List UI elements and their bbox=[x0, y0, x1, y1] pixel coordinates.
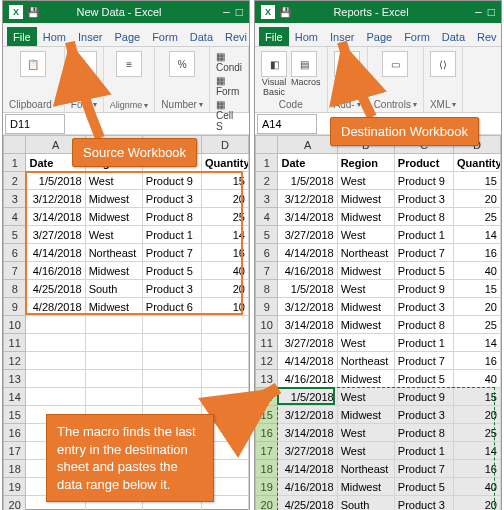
row-header[interactable]: 20 bbox=[4, 496, 26, 511]
cell[interactable]: Midwest bbox=[85, 208, 142, 226]
cell[interactable]: Product 7 bbox=[394, 244, 453, 262]
cell[interactable] bbox=[85, 334, 142, 352]
row-header[interactable]: 3 bbox=[256, 190, 278, 208]
cell[interactable]: 14 bbox=[454, 334, 501, 352]
save-icon[interactable]: 💾 bbox=[279, 7, 291, 18]
ribbon-button[interactable]: ▦ Condi bbox=[216, 51, 242, 73]
xml-icon[interactable]: ⟨⟩ bbox=[430, 51, 456, 77]
cell[interactable] bbox=[202, 388, 249, 406]
cell[interactable]: 20 bbox=[454, 190, 501, 208]
cell[interactable]: Product 8 bbox=[142, 208, 201, 226]
row-header[interactable]: 12 bbox=[4, 352, 26, 370]
cell[interactable]: Product 3 bbox=[394, 496, 453, 511]
cell[interactable]: 3/27/2018 bbox=[278, 226, 337, 244]
cell[interactable]: Product 6 bbox=[142, 298, 201, 316]
ribbon-tab[interactable]: Form bbox=[146, 27, 184, 46]
cell[interactable]: Midwest bbox=[337, 478, 394, 496]
row-header[interactable]: 3 bbox=[4, 190, 26, 208]
cell[interactable]: 15 bbox=[454, 280, 501, 298]
cell[interactable]: 20 bbox=[454, 496, 501, 511]
row-header[interactable]: 5 bbox=[256, 226, 278, 244]
minimize-icon[interactable]: – bbox=[223, 5, 230, 19]
row-header[interactable]: 20 bbox=[256, 496, 278, 511]
table-header-cell[interactable]: Date bbox=[278, 154, 337, 172]
cell[interactable]: Product 3 bbox=[142, 190, 201, 208]
ribbon-tab[interactable]: Rev bbox=[471, 27, 503, 46]
row-header[interactable]: 13 bbox=[4, 370, 26, 388]
cell[interactable]: Product 3 bbox=[394, 190, 453, 208]
cell[interactable]: 4/14/2018 bbox=[278, 460, 337, 478]
cell[interactable]: 4/25/2018 bbox=[278, 496, 337, 511]
cell[interactable]: 25 bbox=[454, 208, 501, 226]
cell[interactable]: Northeast bbox=[337, 244, 394, 262]
cell[interactable] bbox=[142, 316, 201, 334]
cell[interactable]: 4/16/2018 bbox=[278, 262, 337, 280]
cell[interactable] bbox=[85, 316, 142, 334]
ribbon-tab[interactable]: Revi bbox=[219, 27, 253, 46]
cell[interactable]: 15 bbox=[454, 388, 501, 406]
controls-icon[interactable]: ▭ bbox=[382, 51, 408, 77]
row-header[interactable]: 17 bbox=[4, 442, 26, 460]
cell[interactable]: Product 7 bbox=[394, 460, 453, 478]
cell[interactable]: Product 1 bbox=[394, 442, 453, 460]
row-header[interactable]: 12 bbox=[256, 352, 278, 370]
cell[interactable] bbox=[26, 388, 85, 406]
row-header[interactable]: 19 bbox=[256, 478, 278, 496]
row-header[interactable]: 19 bbox=[4, 478, 26, 496]
cell[interactable]: Product 9 bbox=[394, 172, 453, 190]
table-header-cell[interactable]: Quantity bbox=[202, 154, 249, 172]
cell[interactable]: 14 bbox=[202, 226, 249, 244]
ribbon-button[interactable]: ▦ Cell S bbox=[216, 99, 242, 132]
row-header[interactable]: 15 bbox=[256, 406, 278, 424]
cell[interactable] bbox=[202, 352, 249, 370]
cell[interactable]: South bbox=[85, 280, 142, 298]
cell[interactable]: 3/14/2018 bbox=[278, 424, 337, 442]
row-header[interactable]: 7 bbox=[256, 262, 278, 280]
cell[interactable]: 4/16/2018 bbox=[278, 370, 337, 388]
row-header[interactable]: 1 bbox=[256, 154, 278, 172]
cell[interactable]: 3/14/2018 bbox=[26, 208, 85, 226]
row-header[interactable]: 16 bbox=[4, 424, 26, 442]
cell[interactable]: West bbox=[337, 226, 394, 244]
cell[interactable]: Midwest bbox=[337, 208, 394, 226]
row-header[interactable]: 7 bbox=[4, 262, 26, 280]
spreadsheet-table[interactable]: ABCD1DateRegionProductQuantity21/5/2018W… bbox=[255, 135, 501, 510]
cell[interactable]: Product 1 bbox=[142, 226, 201, 244]
cell[interactable]: 25 bbox=[202, 208, 249, 226]
cell[interactable]: 3/14/2018 bbox=[278, 208, 337, 226]
cell[interactable]: Product 3 bbox=[394, 406, 453, 424]
ribbon-tab[interactable]: Form bbox=[398, 27, 436, 46]
cell[interactable]: Midwest bbox=[337, 190, 394, 208]
cell[interactable]: 40 bbox=[454, 478, 501, 496]
cell[interactable]: 40 bbox=[454, 370, 501, 388]
cell[interactable]: Northeast bbox=[337, 352, 394, 370]
row-header[interactable]: 13 bbox=[256, 370, 278, 388]
cell[interactable] bbox=[85, 352, 142, 370]
cell[interactable]: South bbox=[337, 496, 394, 511]
select-all-cell[interactable] bbox=[4, 136, 26, 154]
cell[interactable] bbox=[202, 370, 249, 388]
cell[interactable]: Product 8 bbox=[394, 424, 453, 442]
cell[interactable] bbox=[85, 388, 142, 406]
row-header[interactable]: 11 bbox=[4, 334, 26, 352]
column-header[interactable]: A bbox=[278, 136, 337, 154]
cell[interactable]: 3/12/2018 bbox=[26, 190, 85, 208]
cell[interactable]: 1/5/2018 bbox=[278, 280, 337, 298]
row-header[interactable]: 16 bbox=[256, 424, 278, 442]
column-header[interactable]: D bbox=[202, 136, 249, 154]
cell[interactable]: 16 bbox=[202, 244, 249, 262]
ribbon-tab[interactable]: Hom bbox=[37, 27, 72, 46]
cell[interactable]: West bbox=[337, 424, 394, 442]
select-all-cell[interactable] bbox=[256, 136, 278, 154]
cell[interactable]: Product 5 bbox=[394, 478, 453, 496]
cell[interactable] bbox=[26, 352, 85, 370]
minimize-icon[interactable]: – bbox=[475, 5, 482, 19]
cell[interactable]: 3/12/2018 bbox=[278, 406, 337, 424]
ribbon-tab[interactable]: Inser bbox=[324, 27, 360, 46]
row-header[interactable]: 10 bbox=[4, 316, 26, 334]
ribbon-tab[interactable]: Data bbox=[436, 27, 471, 46]
ribbon-tab[interactable]: Data bbox=[184, 27, 219, 46]
save-icon[interactable]: 💾 bbox=[27, 7, 39, 18]
cell[interactable]: Product 5 bbox=[394, 370, 453, 388]
cell[interactable]: Northeast bbox=[85, 244, 142, 262]
